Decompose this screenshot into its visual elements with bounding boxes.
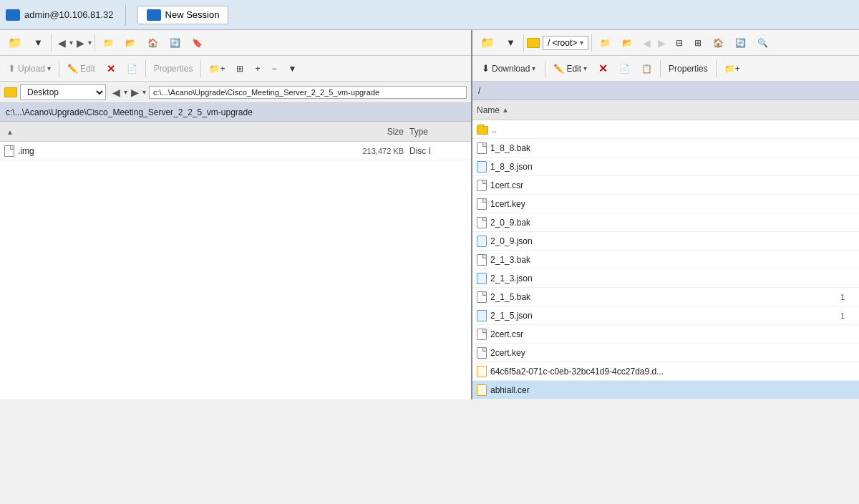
left-new-folder2-btn[interactable]: 📁+: [204, 61, 230, 77]
file-icon-5: [477, 217, 487, 228]
right-file-row-14[interactable]: abhiall.cer: [472, 381, 859, 399]
right-file-row-8[interactable]: 2_1_3.json: [472, 269, 859, 288]
right-copy-btn[interactable]: 📋: [636, 61, 657, 77]
left-addr-fwd[interactable]: ▶: [127, 84, 142, 100]
right-file-row-7[interactable]: 2_1_3.bak: [472, 251, 859, 269]
upload-icon: ⬆: [8, 63, 16, 74]
right-file-row-2[interactable]: 1_8_8.json: [472, 158, 859, 176]
left-folder2-btn[interactable]: 📁: [98, 35, 119, 51]
right-list-view[interactable]: ⊟: [671, 35, 688, 51]
right-file-row-1[interactable]: 1_8_8.bak: [472, 139, 859, 158]
sort-up-arrow: ▲: [6, 128, 14, 136]
connection-info: admin@10.106.81.32: [6, 9, 114, 21]
right-file-row-parent[interactable]: ..: [472, 120, 859, 139]
right-new-folder-btn[interactable]: 📂: [617, 35, 638, 51]
right-file-row-6[interactable]: 2_0_9.json: [472, 232, 859, 251]
right-properties-label: Properties: [669, 64, 708, 74]
right-back-btn[interactable]: ◀: [639, 35, 654, 51]
right-refresh-btn[interactable]: 🔄: [730, 35, 751, 51]
copy-icon: 📋: [641, 64, 652, 74]
left-delete-btn[interactable]: ✕: [102, 60, 120, 77]
right-open-folder-btn[interactable]: 📁: [595, 35, 616, 51]
file-icon-13: [477, 366, 487, 377]
right-col-headers: Name ▲: [472, 100, 859, 120]
file-icon-7: [477, 254, 487, 266]
left-pane: 📁 ▼ ◀ ▾ ▶ ▾ 📁 📂 🏠 🔄 🔖 ⬆ Upload: [0, 30, 472, 399]
left-addr-back[interactable]: ◀: [109, 84, 124, 100]
left-plus-btn[interactable]: +: [250, 61, 265, 77]
left-rename-btn[interactable]: 📄: [122, 61, 142, 77]
rsep4: [660, 60, 661, 77]
download-btn[interactable]: ⬇ Download ▾: [475, 60, 542, 77]
main-panes: 📁 ▼ ◀ ▾ ▶ ▾ 📁 📂 🏠 🔄 🔖 ⬆ Upload: [0, 30, 859, 399]
left-bookmark-btn[interactable]: 🔖: [187, 35, 208, 51]
left-open-folder-btn[interactable]: 📁: [3, 33, 27, 52]
left-path-dropdown[interactable]: Desktop: [20, 84, 106, 100]
rsep2: [591, 34, 592, 52]
left-refresh-btn[interactable]: 🔄: [165, 35, 185, 51]
right-file-row-5[interactable]: 2_0_9.bak: [472, 213, 859, 232]
sep3: [59, 60, 59, 77]
file-name-11: 2cert.csr: [490, 329, 855, 339]
upload-btn[interactable]: ⬆ Upload ▾: [3, 60, 56, 77]
left-filter2-btn[interactable]: ▼: [283, 61, 301, 77]
rsep1: [523, 34, 524, 52]
left-col-headers: ▲ Size Type: [0, 122, 471, 142]
monitor-icon: [6, 9, 20, 21]
right-detail-view[interactable]: ⊞: [689, 35, 707, 51]
right-search-btn[interactable]: 🔍: [752, 35, 773, 51]
title-bar: admin@10.106.81.32 New Session: [0, 0, 859, 30]
left-filter-btn[interactable]: ▼: [29, 34, 48, 51]
right-file-row-3[interactable]: 1cert.csr: [472, 176, 859, 195]
left-new-folder-btn[interactable]: 📂: [120, 35, 141, 51]
right-addr-folder-btn[interactable]: 📁: [475, 33, 500, 52]
right-filter-btn[interactable]: ▼: [501, 34, 520, 51]
new-session-tab[interactable]: New Session: [137, 6, 229, 24]
left-properties-btn[interactable]: Properties: [149, 61, 198, 77]
right-file-list[interactable]: .. 1_8_8.bak 1_8_8.json 1cert.csr 1cert.…: [472, 120, 859, 399]
left-path-input[interactable]: [149, 86, 467, 99]
right-rename-btn[interactable]: 📄: [614, 61, 635, 77]
right-forward-btn[interactable]: ▶: [654, 35, 669, 51]
right-folder-icon: 📁: [480, 36, 495, 49]
right-pane: 📁 ▼ / <root> ▾ 📁 📂 ◀ ▶ ⊟ ⊞: [472, 30, 859, 399]
properties-label: Properties: [154, 64, 193, 74]
right-file-row-13[interactable]: 64c6f5a2-071c-c0eb-32bc41d9-4cc27da9.d..…: [472, 362, 859, 381]
right-file-row-12[interactable]: 2cert.key: [472, 344, 859, 362]
size-10: 1: [840, 311, 845, 320]
left-addr-folder-icon: [4, 87, 17, 97]
right-toolbar1: 📁 ▼ / <root> ▾ 📁 📂 ◀ ▶ ⊟ ⊞: [472, 30, 859, 56]
right-file-row-4[interactable]: 1cert.key: [472, 195, 859, 213]
left-minus-btn[interactable]: −: [266, 61, 281, 77]
left-back-btn[interactable]: ◀: [54, 35, 69, 51]
rsep3: [545, 60, 545, 77]
edit-label: Edit: [80, 64, 95, 74]
file-name-7: 2_1_3.bak: [490, 255, 855, 265]
left-home-btn[interactable]: 🏠: [142, 35, 163, 51]
right-new-folder2-btn[interactable]: 📁+: [719, 61, 745, 77]
left-edit-btn[interactable]: ✏️ Edit: [62, 61, 100, 77]
delete-icon: ✕: [107, 63, 115, 74]
right-file-row-11[interactable]: 2cert.csr: [472, 325, 859, 344]
fwd-arrow-dropdown: ▾: [88, 39, 92, 47]
left-file-list[interactable]: .img 213,472 KB Disc I: [0, 142, 471, 399]
right-file-row-9[interactable]: 2_1_5.bak 1: [472, 288, 859, 306]
right-delete-btn[interactable]: ✕: [593, 59, 613, 78]
file-name-3: 1cert.csr: [490, 180, 855, 190]
right-edit-btn[interactable]: ✏️ Edit ▾: [548, 61, 592, 77]
left-forward-btn[interactable]: ▶: [73, 35, 88, 51]
right-toolbar2: ⬇ Download ▾ ✏️ Edit ▾ ✕ 📄 📋 Properties: [472, 56, 859, 82]
right-properties-btn[interactable]: Properties: [664, 61, 713, 77]
right-home-btn[interactable]: 🏠: [708, 35, 729, 51]
right-path-display: /: [472, 82, 859, 100]
file-icon-12: [477, 347, 487, 359]
file-icon-8: [477, 273, 487, 284]
right-path-btn[interactable]: / <root> ▾: [543, 36, 588, 50]
file-icon-img: [4, 145, 14, 157]
file-size-img: 213,472 KB: [345, 147, 409, 155]
left-file-row-img[interactable]: .img 213,472 KB Disc I: [0, 142, 471, 160]
left-icon-view-btn[interactable]: ⊞: [231, 61, 248, 77]
sep2: [94, 34, 95, 52]
right-file-row-10[interactable]: 2_1_5.json 1: [472, 306, 859, 325]
edit-icon: ✏️: [67, 64, 78, 74]
